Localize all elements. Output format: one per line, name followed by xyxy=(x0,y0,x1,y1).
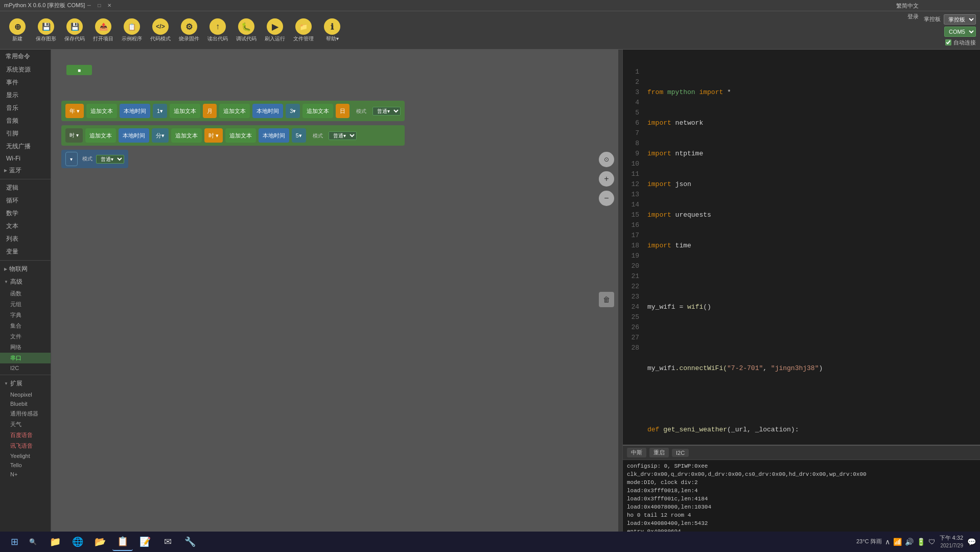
block-index-3[interactable]: 3▾ xyxy=(286,104,300,118)
replay-firmware-button[interactable]: ⚙ 烧录固件 xyxy=(176,14,202,47)
block-local-time-2[interactable]: 本地时间 xyxy=(252,104,283,118)
sidebar-sub-set[interactable]: 集合 xyxy=(0,320,51,331)
block-append-text-5[interactable]: 追加文本 xyxy=(85,128,116,143)
sidebar-item-loop[interactable]: 循环 xyxy=(0,194,51,207)
block-append-text-6[interactable]: 追加文本 xyxy=(171,128,202,143)
sidebar-item-wifi[interactable]: Wi-Fi xyxy=(0,153,51,164)
battery-icon[interactable]: 🔋 xyxy=(917,538,925,546)
block-day[interactable]: 日 xyxy=(336,104,349,118)
network-icon[interactable]: 📶 xyxy=(893,538,902,546)
block-area[interactable]: ■ 年 ▾ 追加文本 本地时间 1▾ 追加文本 月 追加文本 本地时间 3▾ 追… xyxy=(51,50,622,552)
block-local-time-3[interactable]: 本地时间 xyxy=(119,128,149,143)
minimize-button[interactable]: ─ xyxy=(85,2,93,10)
mode-select-1[interactable]: 普通▾ xyxy=(372,107,401,116)
controller-select[interactable]: 掌控板 xyxy=(944,14,976,25)
block-index-5[interactable]: 5▾ xyxy=(292,128,306,143)
taskbar-file-explorer[interactable]: 📁 xyxy=(45,533,65,551)
sidebar-sub-neopixel[interactable]: Neopixel xyxy=(0,390,51,399)
sidebar-sub-functions[interactable]: 函数 xyxy=(0,288,51,299)
maximize-button[interactable]: □ xyxy=(95,2,103,10)
sidebar-item-math[interactable]: 数学 xyxy=(0,207,51,220)
debug-run-button[interactable]: 🐛 调试代码 xyxy=(233,14,260,47)
sidebar-sub-xunfei-voice[interactable]: 讯飞语音 xyxy=(0,441,51,451)
auto-connect-checkbox[interactable] xyxy=(945,39,951,45)
mode-select-2[interactable]: 普通▾ xyxy=(329,131,357,140)
up-arrow-icon[interactable]: ∧ xyxy=(885,538,890,546)
block-append-text-7[interactable]: 追加文本 xyxy=(225,128,256,143)
open-project-button[interactable]: 📤 打开项目 xyxy=(90,14,116,47)
taskbar-edge[interactable]: 🌐 xyxy=(67,533,88,551)
small-block[interactable]: ■ xyxy=(66,65,92,75)
security-icon[interactable]: 🛡 xyxy=(928,538,936,546)
block-hour-2[interactable]: 时 ▾ xyxy=(65,128,83,143)
sidebar-item-text[interactable]: 文本 xyxy=(0,220,51,233)
sidebar-sub-i2c[interactable]: I2C xyxy=(0,363,51,373)
sidebar-section-common[interactable]: 常用命令 xyxy=(0,50,51,63)
sidebar-item-variables[interactable]: 变量 xyxy=(0,245,51,258)
block-month[interactable]: 月 xyxy=(203,104,217,118)
block-minute[interactable]: 分▾ xyxy=(152,128,169,143)
start-button[interactable]: ⊞ xyxy=(4,534,25,550)
block-year[interactable]: 年 ▾ xyxy=(65,104,84,118)
taskbar-mail[interactable]: ✉ xyxy=(157,533,178,551)
block-single[interactable]: ▾ xyxy=(65,152,78,166)
zoom-in-button[interactable]: + xyxy=(599,171,614,187)
tray-clock[interactable]: 下午 4:32 2021/7/29 xyxy=(940,534,963,549)
sidebar-item-pins[interactable]: 引脚 xyxy=(0,127,51,140)
sidebar-sub-nplus[interactable]: N+ xyxy=(0,470,51,479)
zoom-out-button[interactable]: − xyxy=(599,191,614,206)
block-index-1[interactable]: 1▾ xyxy=(153,104,167,118)
speaker-icon[interactable]: 🔊 xyxy=(905,538,914,546)
lang-button[interactable]: 繁简中文 xyxy=(896,2,919,10)
read-code-button[interactable]: ↑ 读出代码 xyxy=(204,14,231,47)
sidebar-item-list[interactable]: 列表 xyxy=(0,233,51,245)
com-select[interactable]: COM5 xyxy=(944,27,976,37)
sidebar-item-iot[interactable]: ▶物联网 xyxy=(0,263,51,275)
block-append-text-4[interactable]: 追加文本 xyxy=(302,104,333,118)
flash-run-button[interactable]: ▶ 刷入运行 xyxy=(262,14,288,47)
sidebar-sub-tello[interactable]: Tello xyxy=(0,461,51,470)
sidebar-item-extensions[interactable]: ▼扩展 xyxy=(0,377,51,390)
sidebar-item-audio[interactable]: 音频 xyxy=(0,114,51,127)
save-shape-button[interactable]: 💾 保存图形 xyxy=(33,14,59,47)
code-editor[interactable]: 1 2 3 4 5 6 7 8 9 10 11 12 13 14 15 16 1 xyxy=(623,50,980,445)
close-button[interactable]: ✕ xyxy=(105,2,113,10)
taskbar-notepad[interactable]: 📝 xyxy=(135,533,155,551)
sidebar-item-display[interactable]: 显示 xyxy=(0,89,51,102)
i2c-button[interactable]: I2C xyxy=(672,449,689,457)
block-local-time-1[interactable]: 本地时间 xyxy=(120,104,150,118)
trash-button[interactable]: 🗑 xyxy=(599,292,614,307)
sidebar-sub-network[interactable]: 网络 xyxy=(0,342,51,353)
block-hour[interactable]: 时 ▾ xyxy=(204,128,223,143)
sidebar-sub-tuple[interactable]: 元组 xyxy=(0,299,51,310)
sidebar-item-music[interactable]: 音乐 xyxy=(0,102,51,114)
block-append-text-1[interactable]: 追加文本 xyxy=(86,104,117,118)
sidebar-sub-baidu-voice[interactable]: 百度语音 xyxy=(0,430,51,441)
search-button[interactable]: 🔍 xyxy=(25,534,41,550)
taskbar-file-manager[interactable]: 📂 xyxy=(90,533,110,551)
sidebar-item-system-resources[interactable]: 系统资源 xyxy=(0,63,51,76)
block-append-text-3[interactable]: 追加文本 xyxy=(219,104,250,118)
sidebar-sub-file[interactable]: 文件 xyxy=(0,331,51,342)
sidebar-sub-bluebit[interactable]: Bluebit xyxy=(0,399,51,408)
taskbar-app[interactable]: 🔧 xyxy=(180,533,200,551)
zhong-wen-button[interactable]: 中斯 xyxy=(627,448,646,457)
notifications-icon[interactable]: 💬 xyxy=(967,538,976,546)
sidebar-item-bluetooth[interactable]: ▶蓝牙 xyxy=(0,164,51,177)
sidebar-sub-sensors[interactable]: 通用传感器 xyxy=(0,408,51,419)
sidebar-sub-serial[interactable]: 串口 xyxy=(0,353,51,363)
sidebar-item-logic[interactable]: 逻辑 xyxy=(0,181,51,194)
mode-select-3[interactable]: 普通▾ xyxy=(96,155,124,164)
taskbar-task-manager[interactable]: 📋 xyxy=(112,533,133,551)
file-mgr-button[interactable]: 📁 文件管理 xyxy=(290,14,317,47)
code-mode-button[interactable]: </> 代码模式 xyxy=(147,14,174,47)
new-button[interactable]: ⊕ 新建 xyxy=(4,14,31,47)
block-local-time-4[interactable]: 本地时间 xyxy=(259,128,289,143)
login-button[interactable]: 登录 xyxy=(907,13,919,20)
sidebar-sub-yeelight[interactable]: Yeelight xyxy=(0,451,51,461)
sidebar-item-wireless[interactable]: 无线广播 xyxy=(0,140,51,153)
sidebar-sub-weather[interactable]: 天气 xyxy=(0,419,51,430)
examples-button[interactable]: 📋 示例程序 xyxy=(119,14,145,47)
restart-button[interactable]: 重启 xyxy=(649,448,669,457)
sidebar-item-events[interactable]: 事件 xyxy=(0,76,51,89)
